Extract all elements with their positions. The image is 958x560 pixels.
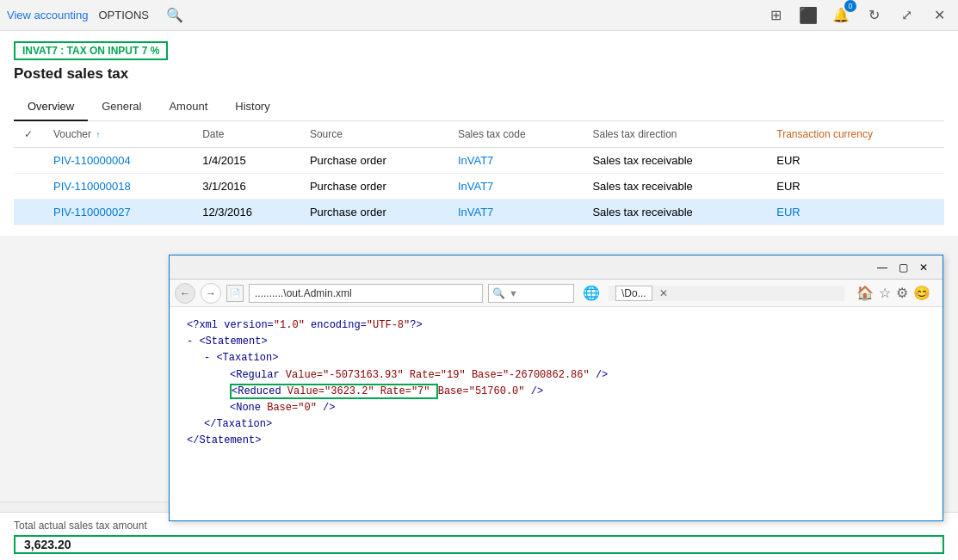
- top-bar-right: ⊞ ⬛ 🔔 0 ↻ ⤢ ✕: [763, 3, 951, 28]
- main-content: INVAT7 : TAX ON INPUT 7 % Posted sales t…: [0, 31, 958, 236]
- tab-history[interactable]: History: [221, 93, 283, 121]
- col-currency[interactable]: Transaction currency: [766, 121, 944, 148]
- tab-amount[interactable]: Amount: [155, 93, 221, 121]
- notification-area[interactable]: 🔔 0: [829, 3, 853, 28]
- xml-tab[interactable]: \Do...: [615, 286, 652, 301]
- tab-general[interactable]: General: [88, 93, 155, 121]
- office-icon[interactable]: ⬛: [796, 3, 820, 28]
- row-date: 12/3/2016: [192, 200, 300, 225]
- xml-search-bar[interactable]: 🔍 ▼: [488, 284, 574, 303]
- tab-overview[interactable]: Overview: [14, 93, 88, 121]
- xml-line-5-highlighted: <Reduced Value="3623.2" Rate="7" Base="5…: [230, 384, 925, 400]
- table-row-selected[interactable]: PIV-110000027 12/3/2016 Purchase order I…: [14, 200, 944, 225]
- row-tax-code[interactable]: InVAT7: [448, 174, 583, 200]
- address-text: ..........\out.Admin.xml: [255, 287, 352, 299]
- xml-tab-area: \Do... ✕: [609, 286, 844, 301]
- table-row[interactable]: PIV-110000004 1/4/2015 Purchase order In…: [14, 148, 944, 174]
- notification-count: 0: [844, 0, 856, 12]
- voucher-link[interactable]: PIV-110000004: [43, 148, 192, 174]
- xml-line-3: - <Taxation>: [204, 350, 925, 366]
- col-date[interactable]: Date: [192, 121, 300, 148]
- tab-close-button[interactable]: ✕: [659, 287, 668, 299]
- row-tax-code[interactable]: InVAT7: [448, 148, 583, 174]
- popout-icon[interactable]: ⤢: [894, 3, 918, 28]
- xml-line-1: <?xml version="1.0" encoding="UTF-8"?>: [187, 317, 925, 334]
- forward-button[interactable]: →: [201, 283, 221, 304]
- tax-code-badge: INVAT7 : TAX ON INPUT 7 %: [14, 41, 168, 60]
- table-row[interactable]: PIV-110000018 3/1/2016 Purchase order In…: [14, 174, 944, 200]
- top-bar-left: View accounting OPTIONS 🔍: [7, 7, 183, 23]
- top-bar: View accounting OPTIONS 🔍 ⊞ ⬛ 🔔 0 ↻ ⤢ ✕: [0, 0, 958, 31]
- row-currency[interactable]: EUR: [766, 200, 944, 225]
- back-button[interactable]: ←: [175, 283, 195, 304]
- search-icon[interactable]: 🔍: [166, 7, 183, 23]
- total-value: 3,623.20: [14, 535, 944, 554]
- row-currency: EUR: [766, 148, 944, 174]
- row-date: 1/4/2015: [192, 148, 300, 174]
- refresh-icon[interactable]: ↻: [862, 3, 886, 28]
- row-tax-code[interactable]: InVAT7: [448, 200, 583, 225]
- voucher-table: ✓ Voucher ↑ Date Source Sales tax code S…: [14, 121, 944, 225]
- window-controls: — ▢ ✕: [868, 259, 937, 276]
- xml-nav-bar: ← → 📄 ..........\out.Admin.xml 🔍 ▼ 🌐 \Do…: [170, 280, 943, 307]
- search-bar-icon: 🔍: [492, 287, 505, 299]
- star-icon[interactable]: ☆: [879, 285, 891, 301]
- col-voucher[interactable]: Voucher ↑: [43, 121, 192, 148]
- xml-line-6: <None Base="0" />: [230, 400, 925, 416]
- xml-line-2: - <Statement>: [187, 334, 925, 350]
- page-title: Posted sales tax: [14, 65, 944, 83]
- tab-bar: Overview General Amount History: [14, 93, 944, 121]
- address-bar[interactable]: ..........\out.Admin.xml: [249, 284, 483, 303]
- grid-icon[interactable]: ⊞: [763, 3, 788, 28]
- xml-line-4: <Regular Value="-5073163.93" Rate="19" B…: [230, 367, 925, 384]
- xml-content-area: <?xml version="1.0" encoding="UTF-8"?> -…: [170, 307, 943, 520]
- xml-toolbar-right: 🏠 ☆ ⚙ 😊: [850, 285, 937, 301]
- row-direction: Sales tax receivable: [582, 200, 766, 225]
- col-check: ✓: [14, 121, 43, 148]
- col-tax-code[interactable]: Sales tax code: [448, 121, 583, 148]
- close-window-button[interactable]: ✕: [915, 259, 932, 276]
- close-icon[interactable]: ✕: [927, 3, 951, 28]
- row-check: [14, 148, 43, 174]
- row-direction: Sales tax receivable: [582, 174, 766, 200]
- sort-icon: ↑: [96, 130, 100, 139]
- settings-icon[interactable]: ⚙: [896, 285, 908, 301]
- row-direction: Sales tax receivable: [582, 148, 766, 174]
- col-source[interactable]: Source: [300, 121, 448, 148]
- xml-popup-window: — ▢ ✕ ← → 📄 ..........\out.Admin.xml 🔍 ▼…: [169, 255, 943, 521]
- voucher-link[interactable]: PIV-110000027: [43, 200, 192, 225]
- home-icon[interactable]: 🏠: [856, 285, 874, 301]
- row-source: Purchase order: [300, 200, 448, 225]
- options-menu[interactable]: OPTIONS: [98, 9, 149, 22]
- col-direction[interactable]: Sales tax direction: [582, 121, 766, 148]
- xml-line-7: </Taxation>: [204, 416, 925, 433]
- row-source: Purchase order: [300, 174, 448, 200]
- search-arrow: ▼: [509, 288, 518, 298]
- row-source: Purchase order: [300, 148, 448, 174]
- emoji-icon[interactable]: 😊: [913, 285, 930, 301]
- row-currency: EUR: [766, 174, 944, 200]
- xml-line-8: </Statement>: [187, 433, 925, 449]
- voucher-link[interactable]: PIV-110000018: [43, 174, 192, 200]
- horizontal-scrollbar[interactable]: [0, 502, 169, 512]
- row-check: [14, 200, 43, 225]
- row-check: [14, 174, 43, 200]
- view-accounting-link[interactable]: View accounting: [7, 9, 88, 22]
- ie-icon: 🌐: [583, 285, 600, 301]
- page-icon: 📄: [226, 285, 244, 302]
- row-date: 3/1/2016: [192, 174, 300, 200]
- minimize-button[interactable]: —: [874, 259, 891, 276]
- maximize-button[interactable]: ▢: [894, 259, 912, 276]
